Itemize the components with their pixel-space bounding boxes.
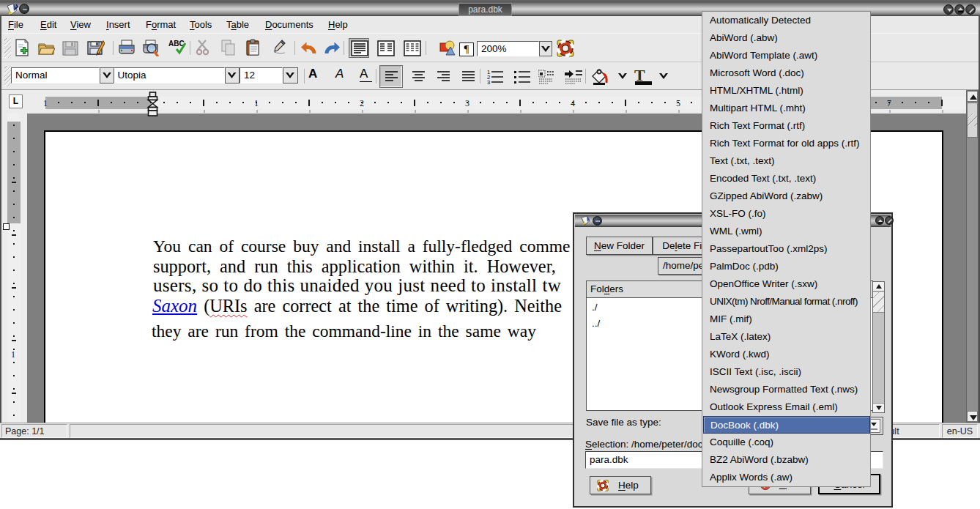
svg-text:3: 3	[487, 79, 490, 85]
svg-text:ABC: ABC	[168, 40, 185, 48]
